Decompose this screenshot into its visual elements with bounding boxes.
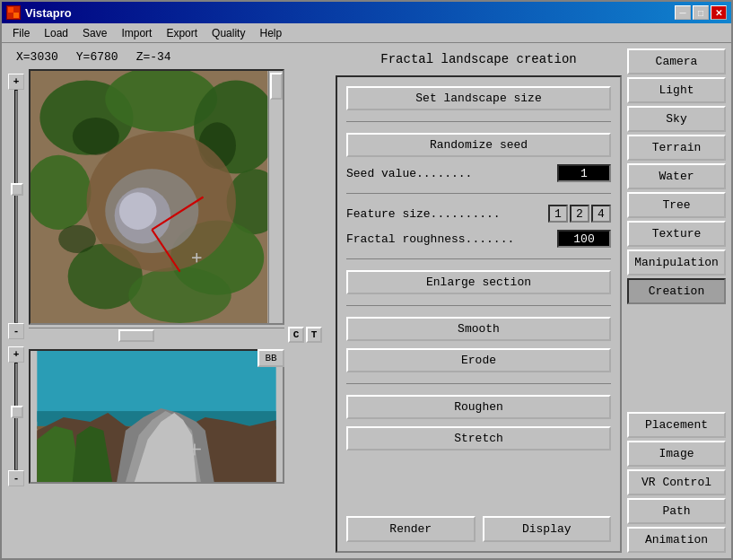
main-content: X=3030 Y=6780 Z=-34 + - (2, 43, 731, 558)
feature-inputs (548, 205, 611, 223)
water-button[interactable]: Water (627, 163, 726, 189)
divider-5 (346, 383, 611, 384)
bottom-view-container[interactable] (29, 349, 284, 484)
menu-save[interactable]: Save (75, 25, 114, 41)
zoom-minus-btn[interactable]: - (8, 323, 24, 339)
menu-quality[interactable]: Quality (205, 25, 252, 41)
restore-button[interactable]: □ (693, 5, 709, 20)
top-map-container[interactable] (29, 69, 284, 325)
fractal-input[interactable] (557, 230, 611, 248)
slider-track (14, 90, 18, 323)
divider-1 (346, 121, 611, 122)
bottom-view-section: BB (29, 349, 284, 484)
seed-input[interactable] (557, 164, 611, 182)
display-button[interactable]: Display (483, 516, 612, 542)
coord-x: X=3030 (16, 50, 58, 64)
bottom-slider-handle[interactable] (11, 406, 23, 418)
main-window: Vistapro ─ □ ✕ File Load Save Import Exp… (0, 0, 733, 560)
path-button[interactable]: Path (627, 498, 726, 524)
svg-point-14 (58, 225, 96, 253)
roughen-button[interactable]: Roughen (346, 395, 611, 419)
vr-control-button[interactable]: VR Control (627, 469, 726, 495)
svg-rect-1 (8, 7, 13, 13)
seed-row: Seed value........ (346, 164, 611, 182)
menu-file[interactable]: File (5, 25, 37, 41)
scroll-thumb-h[interactable] (118, 329, 154, 342)
panel-title: Fractal landscape creation (336, 48, 622, 70)
zoom-slider[interactable]: + - (7, 74, 25, 339)
bottom-slider-track (14, 363, 18, 470)
fractal-row: Fractal roughness....... (346, 230, 611, 248)
menu-export[interactable]: Export (159, 25, 205, 41)
bottom-sidebar-group: Placement Image VR Control Path Animatio… (627, 412, 726, 553)
slider-handle[interactable] (11, 183, 23, 196)
title-buttons: ─ □ ✕ (675, 5, 727, 20)
enlarge-button[interactable]: Enlarge section (346, 270, 611, 294)
feature-input-3[interactable] (591, 205, 611, 223)
feature-input-2[interactable] (570, 205, 589, 223)
svg-point-11 (128, 267, 231, 323)
stretch-button[interactable]: Stretch (346, 426, 611, 451)
svg-rect-2 (13, 13, 19, 18)
svg-point-18 (119, 192, 157, 230)
coord-z: Z=-34 (136, 50, 171, 64)
divider-2 (346, 193, 611, 194)
menu-import[interactable]: Import (114, 25, 159, 41)
randomize-button[interactable]: Randomize seed (346, 133, 611, 157)
ct-buttons: C T (288, 327, 322, 343)
seed-label: Seed value........ (346, 167, 554, 180)
minimize-button[interactable]: ─ (675, 5, 691, 20)
image-button[interactable]: Image (627, 441, 726, 467)
creation-panel: Set landscape size Randomize seed Seed v… (336, 75, 622, 553)
placement-button[interactable]: Placement (627, 412, 726, 438)
camera-button[interactable]: Camera (627, 48, 726, 74)
coords-bar: X=3030 Y=6780 Z=-34 (7, 48, 330, 66)
zoom-plus-btn[interactable]: + (8, 74, 24, 90)
map-scrollbar-h[interactable] (29, 328, 284, 342)
scroll-thumb-v[interactable] (270, 73, 283, 100)
bottom-view-wrapper: BB (29, 349, 284, 484)
animation-button[interactable]: Animation (627, 527, 726, 553)
terrain-button[interactable]: Terrain (627, 135, 726, 161)
bottom-buttons-row: Render Display (346, 516, 611, 542)
top-map-section: C T (29, 69, 322, 343)
right-panel: Camera Light Sky Terrain Water Tree Text… (627, 48, 726, 553)
top-view-row: + - (7, 69, 330, 343)
bottom-zoom-plus-btn[interactable]: + (8, 346, 24, 363)
menu-load[interactable]: Load (37, 25, 75, 41)
c-button[interactable]: C (288, 327, 304, 343)
left-panel: X=3030 Y=6780 Z=-34 + - (7, 48, 330, 553)
feature-input-1[interactable] (548, 205, 568, 223)
top-sidebar-group: Camera Light Sky Terrain Water Tree Text… (627, 48, 726, 304)
bottom-zoom-minus-btn[interactable]: - (8, 470, 24, 486)
bottom-view-svg (31, 351, 283, 482)
close-button[interactable]: ✕ (711, 5, 727, 20)
map-scrollbar-v[interactable] (268, 71, 283, 323)
sky-button[interactable]: Sky (627, 106, 726, 132)
render-button[interactable]: Render (346, 516, 476, 542)
feature-label: Feature size.......... (346, 207, 545, 221)
texture-button[interactable]: Texture (627, 221, 726, 247)
smooth-button[interactable]: Smooth (346, 317, 611, 341)
manipulation-button[interactable]: Manipulation (627, 249, 726, 276)
divider-3 (346, 258, 611, 259)
menu-bar: File Load Save Import Export Quality Hel… (2, 23, 731, 43)
top-map-svg (31, 71, 283, 323)
tree-button[interactable]: Tree (627, 192, 726, 218)
bottom-view-row: + - (7, 346, 330, 486)
title-bar: Vistapro ─ □ ✕ (2, 2, 731, 23)
feature-row: Feature size.......... (346, 205, 611, 223)
bottom-zoom-slider[interactable]: + - (7, 346, 25, 486)
fractal-label: Fractal roughness....... (346, 232, 554, 246)
divider-4 (346, 305, 611, 306)
menu-help[interactable]: Help (252, 25, 289, 41)
center-panel: Fractal landscape creation Set landscape… (336, 48, 622, 553)
t-button[interactable]: T (306, 327, 322, 343)
erode-button[interactable]: Erode (346, 348, 611, 372)
light-button[interactable]: Light (627, 77, 726, 103)
creation-button[interactable]: Creation (627, 278, 726, 304)
bb-button[interactable]: BB (257, 349, 284, 367)
set-landscape-button[interactable]: Set landscape size (346, 86, 611, 110)
coord-y: Y=6780 (76, 50, 118, 64)
h-scroll-row: C T (29, 327, 322, 343)
